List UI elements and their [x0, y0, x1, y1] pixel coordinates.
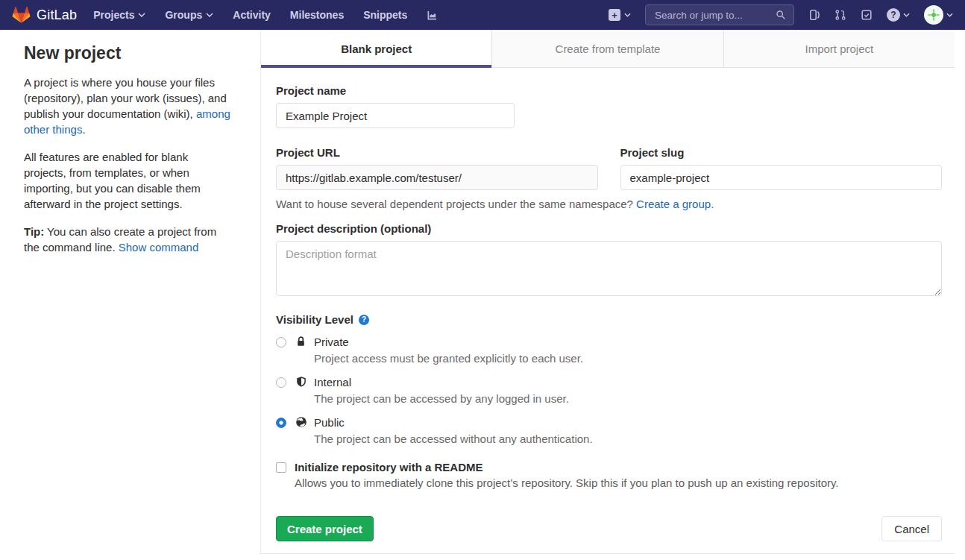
page-body: New project A project is where you house… [0, 30, 965, 554]
search-input[interactable] [653, 9, 776, 22]
tip-label: Tip: [24, 225, 44, 238]
chevron-down-icon [624, 13, 631, 17]
readme-option: Initialize repository with a README Allo… [276, 459, 942, 491]
todos-icon[interactable] [861, 9, 873, 21]
user-avatar [924, 5, 943, 25]
visibility-option-public: Public The project can be accessed witho… [276, 415, 942, 447]
project-slug-input[interactable] [620, 165, 943, 190]
intro-paragraph: A project is where you house your files … [24, 75, 232, 137]
form-actions: Create project Cancel [276, 516, 942, 541]
help-question-icon: ? [887, 8, 900, 22]
initialize-readme-checkbox[interactable] [276, 462, 286, 473]
chevron-down-icon [138, 13, 145, 17]
internal-option-description: The project can be accessed by any logge… [314, 391, 569, 406]
new-item-dropdown[interactable]: + [609, 9, 631, 21]
nav-item-projects[interactable]: Projects [93, 9, 145, 21]
top-navbar: GitLab Projects Groups Activity Mileston… [0, 0, 965, 30]
project-url-input[interactable] [276, 165, 598, 190]
private-option-description: Project access must be granted explicitl… [314, 350, 583, 366]
user-menu[interactable] [924, 5, 953, 25]
brand-name: GitLab [37, 7, 77, 23]
tab-blank-project[interactable]: Blank project [261, 31, 492, 67]
features-paragraph: All features are enabled for blank proje… [24, 149, 232, 212]
private-option-name[interactable]: Private [314, 334, 583, 350]
nav-item-activity[interactable]: Activity [233, 9, 271, 21]
create-project-button[interactable]: Create project [276, 516, 374, 541]
nav-item-groups[interactable]: Groups [165, 9, 213, 21]
new-project-panel: Blank project Create from template Impor… [260, 30, 955, 554]
analytics-chart-icon[interactable] [427, 10, 438, 21]
tip-paragraph: Tip: You can also create a project from … [24, 224, 232, 255]
gitlab-tanuki-logo-icon [12, 6, 31, 24]
issues-icon[interactable] [808, 9, 820, 21]
visibility-level-label: Visibility Level ? [276, 313, 942, 326]
internal-option-name[interactable]: Internal [314, 374, 569, 391]
tab-import-project[interactable]: Import project [724, 31, 955, 67]
lock-icon [295, 334, 307, 350]
public-option-description: The project can be accessed without any … [314, 431, 593, 447]
merge-request-icon[interactable] [834, 9, 846, 21]
navbar-right-cluster: + [609, 4, 953, 25]
plus-square-icon: + [609, 9, 620, 21]
chevron-down-icon [206, 13, 213, 17]
blank-project-form: Project name Project URL Project slug Wa… [261, 68, 955, 553]
main-menu: Projects Groups Activity Milestones Snip… [93, 9, 438, 21]
private-radio[interactable] [276, 337, 286, 347]
help-dropdown[interactable]: ? [887, 8, 910, 22]
project-type-tabs: Blank project Create from template Impor… [261, 31, 955, 68]
project-name-label: Project name [276, 84, 942, 97]
global-search [645, 4, 794, 25]
namespace-hint: Want to house several dependent projects… [276, 198, 942, 210]
nav-item-milestones[interactable]: Milestones [290, 9, 344, 21]
chevron-down-icon [946, 13, 953, 17]
project-name-input[interactable] [276, 103, 515, 128]
create-a-group-link[interactable]: Create a group [636, 198, 711, 210]
public-option-name[interactable]: Public [314, 415, 593, 431]
chevron-down-icon [903, 13, 910, 17]
page-title: New project [24, 43, 232, 63]
url-slug-row: Project URL Project slug [276, 146, 942, 190]
tab-create-from-template[interactable]: Create from template [492, 31, 723, 67]
project-slug-label: Project slug [620, 146, 943, 159]
search-icon [776, 10, 786, 20]
project-description-label: Project description (optional) [276, 222, 942, 235]
show-command-link[interactable]: Show command [119, 241, 199, 254]
internal-radio[interactable] [276, 377, 286, 388]
new-project-sidebar: New project A project is where you house… [0, 30, 260, 554]
readme-description: Allows you to immediately clone this pro… [295, 475, 839, 491]
public-radio[interactable] [276, 418, 286, 428]
nav-item-snippets[interactable]: Snippets [363, 9, 407, 21]
visibility-option-private: Private Project access must be granted e… [276, 334, 942, 366]
readme-label[interactable]: Initialize repository with a README [295, 459, 839, 475]
cancel-button[interactable]: Cancel [881, 516, 942, 541]
project-description-textarea[interactable] [276, 241, 942, 296]
visibility-help-icon[interactable]: ? [359, 315, 369, 325]
project-url-label: Project URL [276, 146, 598, 159]
visibility-option-internal: Internal The project can be accessed by … [276, 374, 942, 406]
gitlab-home-link[interactable]: GitLab [12, 6, 77, 24]
globe-icon [295, 415, 307, 430]
shield-icon [295, 374, 307, 390]
